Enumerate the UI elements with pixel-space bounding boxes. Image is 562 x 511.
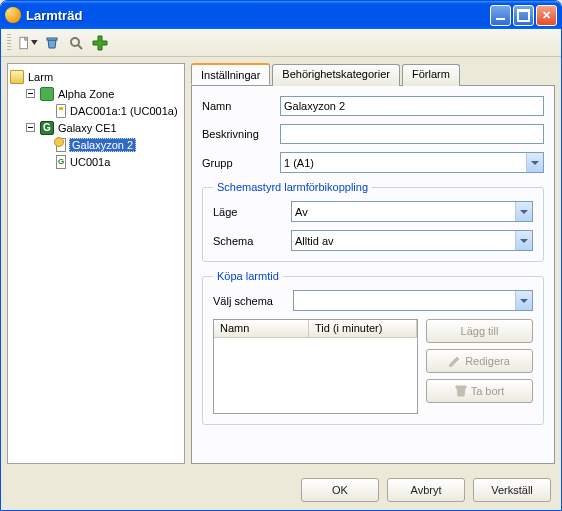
chevron-down-icon <box>31 39 38 46</box>
purchase-group: Köpa larmtid Välj schema Namn Tid (i mi <box>202 270 544 425</box>
toolbar-grip <box>7 34 11 52</box>
button-label: Verkställ <box>491 484 533 496</box>
tree-label: Alpha Zone <box>57 88 115 100</box>
tab-label: Behörighetskategorier <box>282 68 390 80</box>
trashcan-icon <box>45 36 59 50</box>
col-name: Namn <box>214 320 309 337</box>
tree-pane[interactable]: Larm Alpha Zone <box>7 63 185 464</box>
device-icon <box>56 104 66 118</box>
tab-label: Inställningar <box>201 69 260 81</box>
tree-root-label: Larm <box>27 71 54 83</box>
tree-node-uc001a[interactable]: UC001a <box>42 153 182 170</box>
new-button[interactable] <box>17 32 39 54</box>
add-schedule-button[interactable]: Lägg till <box>426 319 533 343</box>
svg-line-3 <box>78 45 82 49</box>
schema-value: Alltid av <box>295 235 334 247</box>
ok-button[interactable]: OK <box>301 478 379 502</box>
tree-node-alpha[interactable]: Alpha Zone <box>26 85 182 102</box>
schedule-table[interactable]: Namn Tid (i minuter) <box>213 319 418 414</box>
panel-icon: G <box>40 121 54 135</box>
svg-point-2 <box>71 38 79 46</box>
tab-permissions[interactable]: Behörighetskategorier <box>272 64 400 86</box>
button-label: Redigera <box>465 355 510 367</box>
tab-settings[interactable]: Inställningar <box>191 63 270 85</box>
alarm-zone-icon <box>56 138 66 152</box>
app-icon <box>5 7 21 23</box>
plus-icon <box>92 35 108 51</box>
window-title: Larmträd <box>26 8 488 23</box>
tree-root[interactable]: Larm <box>10 68 182 85</box>
schedule-legend: Schemastyrd larmförbikoppling <box>213 181 372 193</box>
name-input[interactable] <box>280 96 544 116</box>
schema-select[interactable]: Alltid av <box>291 230 533 251</box>
svg-rect-1 <box>47 38 57 40</box>
collapse-icon[interactable] <box>26 89 35 98</box>
tab-label: Förlarm <box>412 68 450 80</box>
tree-node-galaxy[interactable]: G Galaxy CE1 <box>26 119 182 136</box>
chevron-down-icon <box>515 291 532 310</box>
cancel-button[interactable]: Avbryt <box>387 478 465 502</box>
folder-icon <box>10 70 24 84</box>
controller-icon <box>56 155 66 169</box>
button-label: OK <box>332 484 348 496</box>
schedule-group: Schemastyrd larmförbikoppling Läge Av Sc… <box>202 181 544 262</box>
edit-icon <box>449 355 461 367</box>
remove-schedule-button[interactable]: Ta bort <box>426 379 533 403</box>
purchase-legend: Köpa larmtid <box>213 270 283 282</box>
tree-label: DAC001a:1 (UC001a) <box>69 105 179 117</box>
tree-label: Galaxy CE1 <box>57 122 118 134</box>
button-label: Ta bort <box>471 385 505 397</box>
delete-button[interactable] <box>41 32 63 54</box>
tabstrip: Inställningar Behörighetskategorier Förl… <box>191 63 555 85</box>
minimize-button[interactable] <box>490 5 511 26</box>
col-time: Tid (i minuter) <box>309 320 417 337</box>
dialog-footer: OK Avbryt Verkställ <box>1 470 561 510</box>
tab-content: Namn Beskrivning Grupp 1 (A1) Schemastyr… <box>191 85 555 464</box>
tree-label: UC001a <box>69 156 111 168</box>
maximize-button[interactable] <box>513 5 534 26</box>
group-value: 1 (A1) <box>284 157 314 169</box>
close-button[interactable] <box>536 5 557 26</box>
mode-value: Av <box>295 206 308 218</box>
search-button[interactable] <box>65 32 87 54</box>
titlebar: Larmträd <box>1 1 561 29</box>
tree-node-dac[interactable]: DAC001a:1 (UC001a) <box>42 102 182 119</box>
chevron-down-icon <box>515 202 532 221</box>
table-header: Namn Tid (i minuter) <box>214 320 417 338</box>
zone-icon <box>40 87 54 101</box>
tree-label: Galaxyzon 2 <box>69 138 136 152</box>
apply-button[interactable]: Verkställ <box>473 478 551 502</box>
mode-label: Läge <box>213 206 283 218</box>
chevron-down-icon <box>526 153 543 172</box>
group-select[interactable]: 1 (A1) <box>280 152 544 173</box>
name-label: Namn <box>202 100 272 112</box>
edit-schedule-button[interactable]: Redigera <box>426 349 533 373</box>
add-button[interactable] <box>89 32 111 54</box>
trashcan-icon <box>455 385 467 397</box>
description-label: Beskrivning <box>202 128 272 140</box>
chevron-down-icon <box>515 231 532 250</box>
select-schema[interactable] <box>293 290 533 311</box>
mode-select[interactable]: Av <box>291 201 533 222</box>
collapse-icon[interactable] <box>26 123 35 132</box>
magnifier-icon <box>69 36 83 50</box>
new-icon <box>18 36 31 50</box>
description-input[interactable] <box>280 124 544 144</box>
button-label: Avbryt <box>411 484 442 496</box>
select-schema-label: Välj schema <box>213 295 285 307</box>
schema-label: Schema <box>213 235 283 247</box>
tree-node-galaxyzon2[interactable]: Galaxyzon 2 <box>42 136 182 153</box>
group-label: Grupp <box>202 157 272 169</box>
button-label: Lägg till <box>461 325 499 337</box>
toolbar <box>1 29 561 57</box>
tab-prealarm[interactable]: Förlarm <box>402 64 460 86</box>
